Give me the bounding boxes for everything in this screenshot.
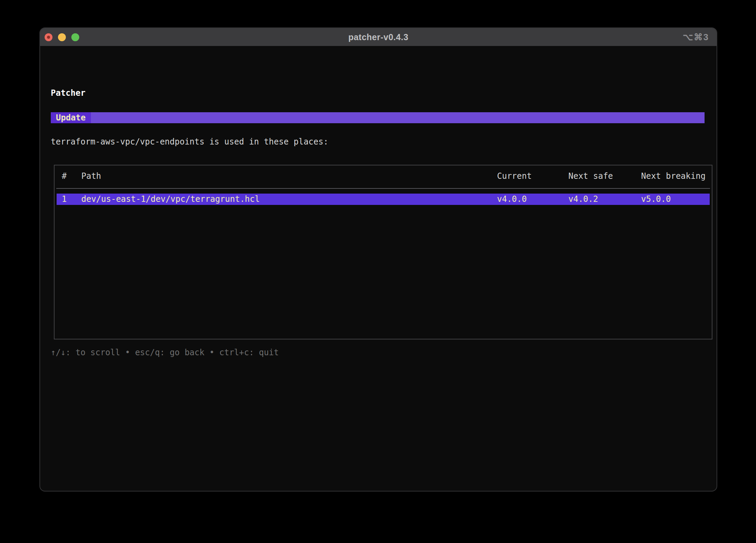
- row-next-breaking-version: v5.0.0: [641, 194, 706, 205]
- close-button[interactable]: [45, 33, 52, 41]
- places-table: # Path Current Next safe Next breaking 1…: [54, 165, 712, 339]
- row-path: dev/us-east-1/dev/vpc/terragrunt.hcl: [81, 194, 497, 205]
- row-current-version: v4.0.0: [497, 194, 568, 205]
- traffic-lights: [45, 28, 79, 46]
- table-row[interactable]: 1 dev/us-east-1/dev/vpc/terragrunt.hcl v…: [55, 194, 712, 205]
- keybinding-help: ↑/↓: to scroll • esc/q: go back • ctrl+c…: [51, 347, 279, 358]
- column-header-next-breaking: Next breaking: [641, 171, 706, 182]
- page-title: Patcher: [51, 88, 85, 99]
- minimize-button[interactable]: [58, 33, 66, 41]
- column-header-next-safe: Next safe: [568, 171, 641, 182]
- column-header-path: Path: [81, 171, 497, 182]
- header-divider: [56, 188, 710, 189]
- window-shortcut-badge: ⌥⌘3: [683, 28, 709, 46]
- table-header: # Path Current Next safe Next breaking: [55, 171, 712, 182]
- window-title: patcher-v0.4.3: [348, 32, 408, 42]
- terminal-content: Patcher Update terraform-aws-vpc/vpc-end…: [40, 46, 717, 492]
- title-bar: patcher-v0.4.3 ⌥⌘3: [40, 28, 717, 46]
- tab-bar: Update: [51, 112, 705, 123]
- usage-info-text: terraform-aws-vpc/vpc-endpoints is used …: [51, 136, 328, 147]
- tab-update[interactable]: Update: [51, 112, 91, 123]
- app-window: patcher-v0.4.3 ⌥⌘3 Patcher Update terraf…: [39, 27, 717, 492]
- zoom-button[interactable]: [71, 33, 79, 41]
- column-header-num: #: [62, 171, 81, 182]
- row-next-safe-version: v4.0.2: [568, 194, 641, 205]
- column-header-current: Current: [497, 171, 568, 182]
- row-num: 1: [62, 194, 81, 205]
